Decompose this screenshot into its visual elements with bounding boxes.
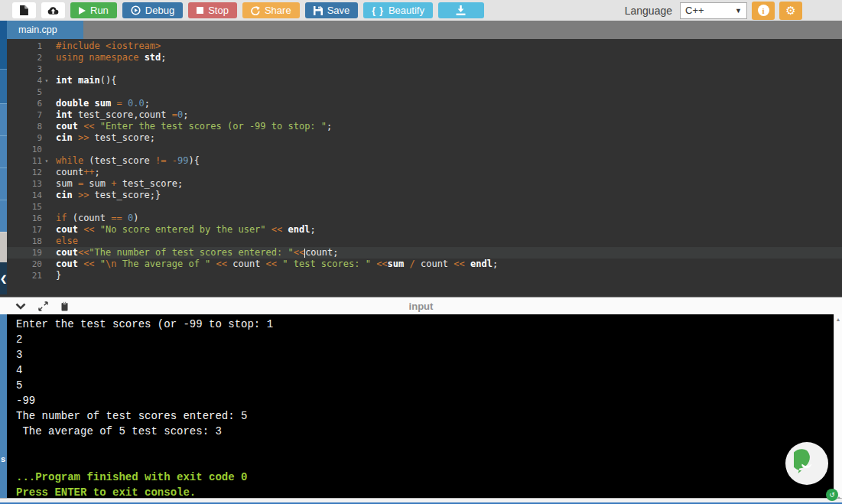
save-icon [314, 6, 323, 15]
code-line[interactable]: 9cin >> test_score; [7, 132, 842, 144]
new-file-button[interactable] [12, 2, 36, 18]
download-button[interactable] [438, 2, 484, 18]
play-icon [79, 7, 86, 15]
fold-arrow-icon[interactable]: ▾ [42, 155, 51, 167]
run-button[interactable]: Run [70, 2, 117, 18]
sidebar-collapse-toggle[interactable]: ❮ [0, 262, 7, 294]
fold-arrow-icon[interactable]: ▾ [42, 75, 51, 86]
save-button[interactable]: Save [305, 2, 359, 18]
sidebar-segment[interactable] [0, 69, 7, 103]
line-number: 5 [7, 86, 42, 98]
token: using [56, 52, 83, 63]
code-text: cin >> test_score;} [56, 190, 161, 201]
chat-widget-button[interactable] [785, 442, 828, 485]
code-line[interactable]: 14cin >> test_score;} [7, 190, 842, 201]
console-widget-button[interactable]: ↺ [826, 489, 838, 501]
token: double [56, 98, 89, 109]
token: << [83, 121, 94, 132]
token: ){ [188, 155, 199, 166]
editor-lines[interactable]: 1#include <iostream>2using namespace std… [7, 39, 842, 297]
token: <iostream> [106, 41, 161, 51]
online-ide-window: Run Debug Stop Share Save { } Beautify L… [0, 0, 842, 504]
code-line[interactable]: 21} [7, 270, 842, 281]
braces-icon: { } [372, 5, 384, 16]
upload-project-button[interactable] [41, 2, 65, 18]
token: sum [388, 259, 405, 269]
beautify-label: Beautify [388, 5, 424, 16]
code-line[interactable]: 8cout << "Enter the test scores (or -99 … [7, 121, 842, 132]
token: 99 [177, 155, 188, 166]
code-text: int main(){ [56, 75, 117, 86]
token: << [376, 259, 387, 269]
sidebar-segment[interactable] [0, 232, 7, 262]
token [73, 75, 78, 86]
line-number: 8 [7, 121, 42, 132]
console-scrollbar[interactable]: ▲ [834, 314, 842, 498]
language-select[interactable]: C++ ▼ [680, 2, 747, 19]
console-line: 2 [16, 332, 842, 347]
token: << [78, 247, 89, 258]
line-number: 16 [7, 213, 42, 224]
expand-console-icon[interactable] [38, 301, 48, 311]
token: << [271, 224, 282, 235]
token: << [454, 259, 464, 269]
copy-output-icon[interactable] [60, 301, 69, 311]
code-line[interactable]: 4▾int main(){ [7, 75, 842, 86]
sidebar-segment[interactable] [0, 167, 7, 200]
line-number: 14 [7, 190, 42, 201]
code-text: using namespace std; [56, 52, 167, 63]
collapsed-sidebar-console[interactable]: s [0, 314, 7, 498]
code-line[interactable]: 17cout << "No score entered by the user"… [7, 224, 842, 236]
token: ++ [83, 167, 94, 177]
code-line[interactable]: 15 [7, 201, 842, 213]
settings-button[interactable]: ⚙ [779, 2, 802, 20]
code-line[interactable]: 19cout<<"The number of test scores enter… [7, 247, 842, 259]
token: >> [78, 190, 89, 200]
code-editor: ❮ 1#include <iostream>2using namespace s… [0, 39, 842, 297]
code-line[interactable]: 5 [7, 86, 842, 98]
code-line[interactable]: 11▾while (test_score != -99){ [7, 155, 842, 167]
code-line[interactable]: 12count++; [7, 167, 842, 178]
code-line[interactable]: 7int test_score,count =0; [7, 109, 842, 121]
code-line[interactable]: 2using namespace std; [7, 52, 842, 63]
debug-button[interactable]: Debug [122, 2, 183, 18]
code-line[interactable]: 20cout << "\n The average of " << count … [7, 259, 842, 270]
line-number: 3 [7, 63, 42, 75]
token: while [56, 155, 83, 166]
code-line[interactable]: 10 [7, 144, 842, 155]
collapse-console-icon[interactable] [15, 303, 26, 310]
sidebar-segment[interactable] [0, 39, 7, 69]
token: ) [133, 213, 138, 223]
token: int [56, 75, 73, 86]
code-line[interactable]: 18else [7, 236, 842, 247]
sidebar-segment[interactable] [0, 200, 7, 232]
info-button[interactable]: i [752, 2, 775, 20]
stop-button[interactable]: Stop [188, 2, 237, 18]
sidebar-segment[interactable] [0, 103, 7, 135]
token [138, 52, 144, 63]
console-line: The number of test scores entered: 5 [16, 408, 842, 424]
token [89, 98, 94, 109]
code-line[interactable]: 1#include <iostream> [7, 41, 842, 52]
console-output[interactable]: Enter the test scores (or -99 to stop: 1… [7, 314, 842, 498]
code-line[interactable]: 3 [7, 63, 842, 75]
token: test_score; [89, 132, 155, 143]
share-button[interactable]: Share [242, 2, 300, 18]
code-text: #include <iostream> [56, 41, 161, 52]
code-line[interactable]: 6double sum = 0.0; [7, 98, 842, 109]
tab-main-cpp[interactable]: main.cpp [7, 21, 83, 39]
code-text: cout << "\n The average of " << count <<… [56, 259, 498, 270]
code-line[interactable]: 13sum = sum + test_score; [7, 178, 842, 190]
beautify-button[interactable]: { } Beautify [363, 2, 433, 18]
code-line[interactable]: 16if (count == 0) [7, 213, 842, 224]
token: count [56, 167, 83, 177]
save-label: Save [327, 5, 350, 16]
token: / [410, 259, 415, 269]
sidebar-segment[interactable] [0, 135, 7, 167]
token: ; [145, 98, 150, 109]
token: 0.0 [128, 98, 145, 109]
line-number: 6 [7, 98, 42, 109]
console-line: ...Program finished with exit code 0 [16, 470, 842, 485]
console-line: 5 [16, 378, 842, 393]
token: "Enter the test scores (or -99 to stop: … [100, 121, 327, 132]
